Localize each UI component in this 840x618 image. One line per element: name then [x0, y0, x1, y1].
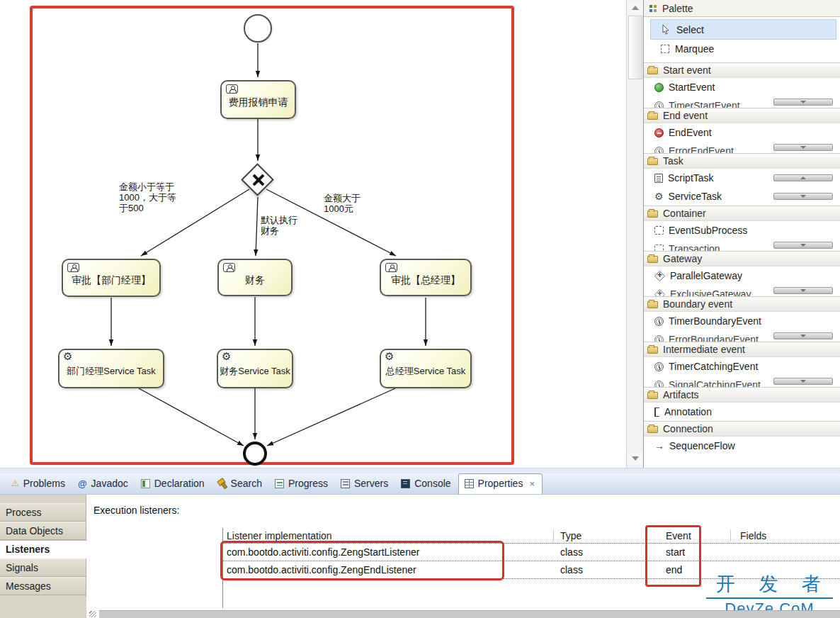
palette-title: Palette [662, 3, 693, 14]
chevron-down-icon [800, 335, 806, 337]
properties-view: Process Data Objects Listeners Signals M… [0, 495, 840, 618]
palette-item-errorboundaryevent-clipped[interactable]: ErrorBoundaryEvent [644, 330, 840, 342]
edge-label-right-condition: 金额大于 1000元 [324, 193, 378, 214]
column-header-type[interactable]: Type [560, 530, 581, 541]
column-header-fields[interactable]: Fields [740, 530, 766, 541]
chevron-down-icon [800, 146, 806, 149]
palette-item-errorendevent-clipped[interactable]: ErrorEndEvent [644, 142, 840, 153]
tab-declaration[interactable]: Declaration [135, 474, 212, 494]
palette-scroll-down-button[interactable] [773, 193, 833, 200]
tab-search[interactable]: Search [212, 474, 269, 494]
tab-progress[interactable]: Progress [269, 474, 335, 494]
palette-item-transaction-clipped[interactable]: Transaction [644, 240, 840, 251]
tab-servers[interactable]: Servers [335, 474, 395, 494]
canvas-vertical-scrollbar[interactable] [626, 0, 643, 468]
item-label: TimerStartEvent [669, 100, 740, 108]
servers-icon [341, 479, 350, 488]
palette-section-artifacts[interactable]: Artifacts [644, 387, 840, 403]
tab-label: Search [231, 478, 262, 489]
chevron-down-icon [800, 195, 806, 198]
tab-problems[interactable]: ⚠ Problems [6, 474, 72, 494]
palette-section-gateway[interactable]: Gateway [644, 251, 840, 266]
tab-properties[interactable]: Properties × [458, 473, 543, 494]
sequence-flow-icon: → [654, 441, 664, 451]
item-label: StartEvent [669, 82, 715, 93]
side-tab-listeners[interactable]: Listeners [0, 540, 87, 558]
palette-section-connection[interactable]: Connection [644, 421, 840, 437]
chevron-down-icon [800, 289, 806, 292]
palette-item-timercatchingevent[interactable]: TimerCatchingEvent [644, 357, 840, 376]
javadoc-icon: @ [78, 479, 87, 488]
bpmn-task-finance[interactable]: 财务 [217, 259, 293, 296]
item-label: EventSubProcess [669, 225, 747, 236]
side-tab-signals[interactable]: Signals [0, 558, 86, 577]
tab-javadoc[interactable]: @ Javadoc [72, 474, 135, 494]
palette-section-start-event[interactable]: Start event [644, 62, 840, 78]
palette-scroll-more-button[interactable] [773, 287, 833, 294]
bpmn-task-approve-general-manager[interactable]: 审批【总经理】 [380, 259, 472, 296]
palette-item-parallelgateway[interactable]: ParallelGateway [644, 266, 840, 285]
scrollbar-thumb[interactable] [628, 16, 642, 79]
palette-tool-select[interactable]: Select [651, 20, 836, 39]
palette-scroll-more-button[interactable] [773, 378, 833, 385]
palette-item-signalcatchingevent-clipped[interactable]: SignalCatchingEvent [644, 376, 840, 387]
task-label: 财务 [245, 269, 265, 287]
palette-scroll-more-button[interactable] [773, 99, 833, 106]
horizontal-sash[interactable] [0, 468, 840, 473]
resize-handle-icon[interactable] [89, 611, 96, 617]
service-task-gear-icon: ⚙ [63, 351, 72, 361]
bpmn-task-approve-dept-manager[interactable]: 审批【部门经理】 [62, 259, 161, 297]
service-task-gear-icon: ⚙ [385, 351, 394, 361]
column-separator [553, 529, 554, 541]
palette-section-end-event[interactable]: End event [644, 108, 840, 123]
palette-item-sequenceflow[interactable]: → SequenceFlow [644, 437, 840, 455]
folder-icon [647, 347, 658, 354]
script-task-icon [654, 174, 663, 183]
palette-section-boundary-event[interactable]: Boundary event [644, 296, 840, 312]
watermark-line1: 开 发 者 [706, 571, 833, 599]
section-title: Task [663, 155, 683, 167]
palette-tool-marquee[interactable]: Marquee [651, 39, 836, 58]
palette-item-scripttask[interactable]: ScriptTask [644, 169, 840, 187]
bpmn-start-event[interactable] [244, 14, 272, 43]
scroll-up-button[interactable] [628, 1, 642, 14]
bpmn-task-expense-request[interactable]: 费用报销申请 [220, 80, 296, 119]
chevron-up-icon [800, 176, 806, 179]
bpmn-service-task-dept-manager[interactable]: ⚙ 部门经理Service Task [58, 349, 164, 388]
palette-section-intermediate-event[interactable]: Intermediate event [644, 342, 840, 357]
bpmn-end-event[interactable] [243, 442, 267, 466]
palette-item-exclusivegateway-clipped[interactable]: ExclusiveGateway [644, 285, 840, 296]
eclipse-window: 费用报销申请 金额小于等于 1000，大于等 于500 默认执行 财务 金额大于… [0, 0, 840, 618]
palette-section-task[interactable]: Task [644, 153, 840, 169]
column-header-listener-implementation[interactable]: Listener implementation [227, 530, 332, 541]
palette-section-container[interactable]: Container [644, 206, 840, 221]
start-event-icon [654, 83, 664, 92]
scroll-down-button[interactable] [628, 452, 642, 465]
palette-scroll-more-button[interactable] [773, 332, 833, 339]
palette-item-servicetask[interactable]: ⚙ ServiceTask [644, 187, 840, 206]
palette-item-endevent[interactable]: EndEvent [644, 123, 840, 142]
timer-icon [654, 362, 664, 371]
palette-scroll-more-button[interactable] [773, 242, 833, 249]
side-tab-data-objects[interactable]: Data Objects [0, 522, 86, 540]
palette-scroll-more-button[interactable] [773, 144, 833, 151]
task-label: 审批【总经理】 [391, 269, 460, 287]
palette-header[interactable]: Palette [644, 0, 840, 17]
palette-item-timerboundaryevent[interactable]: TimerBoundaryEvent [644, 312, 840, 330]
task-label: 总经理Service Task [386, 359, 465, 378]
palette-item-startevent[interactable]: StartEvent [644, 78, 840, 96]
side-tab-messages[interactable]: Messages [0, 577, 86, 595]
properties-horizontal-scrollbar[interactable] [99, 610, 840, 618]
palette-scroll-up-button[interactable] [773, 174, 833, 181]
bottom-view-tabbar: ⚠ Problems @ Javadoc Declaration Search … [0, 473, 840, 495]
palette-item-annotation[interactable]: Annotation [644, 403, 840, 421]
bpmn-service-task-finance[interactable]: ⚙ 财务Service Task [217, 349, 293, 388]
diagram-canvas[interactable]: 费用报销申请 金额小于等于 1000，大于等 于500 默认执行 财务 金额大于… [0, 0, 626, 468]
close-icon[interactable]: × [529, 478, 535, 489]
side-tab-process[interactable]: Process [0, 503, 86, 522]
palette-item-timerstartevent-clipped[interactable]: TimerStartEvent [644, 96, 840, 108]
properties-icon [465, 479, 474, 488]
palette-item-eventsubprocess[interactable]: EventSubProcess [644, 221, 840, 240]
bpmn-service-task-general-manager[interactable]: ⚙ 总经理Service Task [380, 349, 472, 388]
tab-console[interactable]: Console [395, 474, 458, 494]
